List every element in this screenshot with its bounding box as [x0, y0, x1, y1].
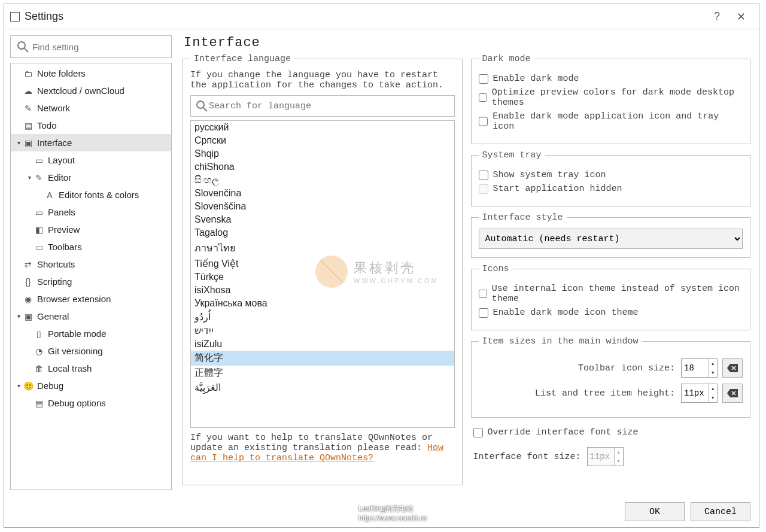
- svg-line-3: [203, 108, 207, 111]
- optimize-preview-colors-checkbox[interactable]: Optimize preview colors for dark mode de…: [479, 87, 743, 108]
- list-item-height-spinner[interactable]: ▲▼: [681, 384, 718, 403]
- tree-item-general[interactable]: ▾▣General: [11, 308, 171, 325]
- toolbars-icon: ▭: [34, 242, 44, 253]
- chevron-down-icon[interactable]: ▾: [14, 382, 23, 389]
- spinner-up-icon[interactable]: ▲: [709, 384, 717, 393]
- language-restart-note: If you change the language you have to r…: [190, 70, 455, 90]
- tree-item-debug-options[interactable]: ▤Debug options: [11, 394, 171, 412]
- content-area: Interface Interface language If you chan…: [178, 29, 759, 496]
- interface-language-legend: Interface language: [190, 54, 294, 64]
- language-item[interactable]: Slovenčina: [191, 187, 454, 200]
- dark-mode-group: Dark mode Enable dark mode Optimize prev…: [471, 54, 751, 144]
- tree-item-git-versioning[interactable]: ◔Git versioning: [11, 342, 171, 360]
- chevron-down-icon[interactable]: ▾: [14, 313, 23, 320]
- debug-icon: 🙂: [23, 381, 34, 391]
- close-button[interactable]: ✕: [729, 10, 753, 23]
- tree-item-layout[interactable]: ▭Layout: [11, 151, 171, 169]
- tree-item-editor[interactable]: ▾✎Editor: [11, 169, 171, 186]
- cloud-icon: ☁: [23, 86, 34, 96]
- titlebar: Settings ? ✕: [4, 4, 759, 29]
- settings-search-input[interactable]: [32, 42, 166, 52]
- search-icon: [16, 39, 30, 54]
- language-item[interactable]: ייִדיש: [191, 324, 454, 338]
- tree-item-label: Note folders: [37, 68, 86, 78]
- language-item[interactable]: Tagalog: [191, 226, 454, 239]
- language-item[interactable]: русский: [191, 121, 454, 134]
- language-item[interactable]: اُردُو: [191, 310, 454, 324]
- language-item[interactable]: 简化字: [191, 351, 454, 366]
- language-item[interactable]: 正體字: [191, 366, 454, 381]
- language-search[interactable]: [190, 95, 455, 117]
- tree-item-shortcuts[interactable]: ⇄Shortcuts: [11, 256, 171, 273]
- interface-style-select[interactable]: Automatic (needs restart): [479, 229, 743, 249]
- language-item[interactable]: සිංහල: [191, 174, 454, 187]
- ok-button[interactable]: OK: [625, 502, 685, 521]
- show-tray-icon-checkbox[interactable]: Show system tray icon: [479, 170, 743, 180]
- window-title: Settings: [25, 10, 705, 23]
- override-font-size-checkbox[interactable]: Override interface font size: [473, 427, 751, 437]
- settings-search[interactable]: [10, 35, 172, 58]
- tree-item-todo[interactable]: ▤Todo: [11, 117, 171, 134]
- cancel-button[interactable]: Cancel: [691, 502, 750, 521]
- tree-item-nextcloud-owncloud[interactable]: ☁Nextcloud / ownCloud: [11, 82, 171, 99]
- icons-group: Icons Use internal icon theme instead of…: [471, 264, 751, 330]
- tree-item-preview[interactable]: ◧Preview: [11, 221, 171, 238]
- tree-item-label: Shortcuts: [37, 259, 75, 269]
- language-item[interactable]: ภาษาไทย: [191, 239, 454, 257]
- layout-icon: ▭: [34, 155, 44, 166]
- tree-item-label: Nextcloud / ownCloud: [37, 86, 124, 96]
- tree-item-browser-extension[interactable]: ◉Browser extension: [11, 290, 171, 308]
- internal-icon-theme-checkbox[interactable]: Use internal icon theme instead of syste…: [479, 284, 743, 304]
- language-list[interactable]: русскийСрпскиShqipchiShonaසිංහලSlovenčin…: [190, 120, 455, 428]
- help-button[interactable]: ?: [705, 10, 729, 23]
- spinner-up-icon[interactable]: ▲: [709, 359, 717, 368]
- tree-item-label: Local trash: [48, 363, 92, 373]
- tree-item-toolbars[interactable]: ▭Toolbars: [11, 238, 171, 256]
- enable-dark-mode-checkbox[interactable]: Enable dark mode: [479, 74, 743, 84]
- general-icon: ▣: [23, 311, 34, 322]
- fonts-icon: A: [44, 190, 55, 200]
- language-item[interactable]: Shqip: [191, 147, 454, 160]
- spinner-down-icon[interactable]: ▼: [709, 368, 717, 377]
- language-item[interactable]: العَرَبِيَّة: [191, 381, 454, 394]
- tree-item-portable-mode[interactable]: ▯Portable mode: [11, 325, 171, 342]
- tree-item-label: Interface: [37, 138, 72, 148]
- language-item[interactable]: Українська мова: [191, 297, 454, 310]
- language-item[interactable]: Svenska: [191, 213, 454, 226]
- interface-font-size-label: Interface font size:: [473, 452, 581, 462]
- tree-item-debug[interactable]: ▾🙂Debug: [11, 377, 171, 394]
- language-item[interactable]: Tiếng Việt: [191, 257, 454, 270]
- dark-mode-icon-checkbox[interactable]: Enable dark mode application icon and tr…: [479, 111, 743, 132]
- tree-item-note-folders[interactable]: 🗀Note folders: [11, 65, 171, 82]
- language-item[interactable]: isiXhosa: [191, 284, 454, 297]
- toolbar-icon-size-spinner[interactable]: ▲▼: [681, 358, 718, 378]
- tree-item-interface[interactable]: ▾▣Interface: [11, 134, 171, 151]
- chevron-down-icon[interactable]: ▾: [14, 139, 23, 146]
- tree-item-label: Network: [37, 103, 70, 113]
- shortcuts-icon: ⇄: [23, 259, 34, 270]
- spinner-down-icon[interactable]: ▼: [709, 393, 717, 402]
- tree-item-network[interactable]: ✎Network: [11, 99, 171, 117]
- tree-item-scripting[interactable]: {}Scripting: [11, 273, 171, 290]
- language-item[interactable]: Српски: [191, 134, 454, 147]
- system-tray-group: System tray Show system tray icon Start …: [471, 150, 751, 206]
- language-item[interactable]: isiZulu: [191, 338, 454, 351]
- start-hidden-checkbox: Start application hidden: [479, 184, 743, 194]
- toolbar-icon-size-reset[interactable]: [722, 358, 743, 378]
- language-item[interactable]: chiShona: [191, 160, 454, 174]
- tree-item-label: Preview: [48, 224, 80, 235]
- tree-item-local-trash[interactable]: 🗑Local trash: [11, 360, 171, 377]
- list-item-height-reset[interactable]: [722, 384, 743, 403]
- language-search-input[interactable]: [209, 101, 451, 111]
- interface-style-group: Interface style Automatic (needs restart…: [471, 212, 751, 258]
- tree-item-label: Browser extension: [37, 294, 111, 304]
- language-item[interactable]: Türkçe: [191, 270, 454, 284]
- tree-item-label: Debug: [37, 381, 63, 391]
- page-title: Interface: [184, 35, 750, 50]
- tree-item-editor-fonts-colors[interactable]: AEditor fonts & colors: [11, 186, 171, 203]
- dark-icon-theme-checkbox[interactable]: Enable dark mode icon theme: [479, 308, 743, 318]
- tree-item-panels[interactable]: ▭Panels: [11, 203, 171, 221]
- language-item[interactable]: Slovenščina: [191, 200, 454, 213]
- tree-item-label: General: [37, 311, 69, 321]
- chevron-down-icon[interactable]: ▾: [25, 174, 34, 181]
